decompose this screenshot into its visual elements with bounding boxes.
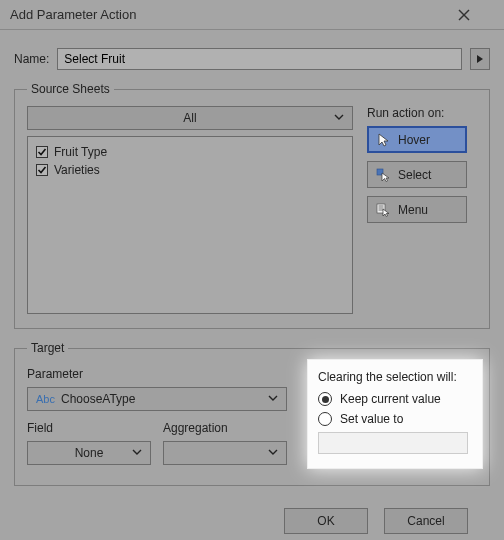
radio-icon [318,412,332,426]
svg-marker-10 [383,209,389,217]
close-icon [458,9,470,21]
radio-set-value[interactable]: Set value to [318,412,472,426]
ok-button[interactable]: OK [284,508,368,534]
svg-marker-5 [382,173,389,182]
chevron-down-icon [268,447,278,457]
radio-icon [318,392,332,406]
title-bar: Add Parameter Action [0,0,504,30]
list-item-label: Fruit Type [54,145,107,159]
chevron-down-icon [132,447,142,457]
run-hover-button[interactable]: Hover [367,126,467,153]
radio-keep-label: Keep current value [340,392,441,406]
dialog-footer: OK Cancel [14,498,490,534]
svg-marker-3 [379,134,388,146]
list-item[interactable]: Fruit Type [36,143,344,161]
menu-cursor-icon [376,203,390,217]
aggregation-select[interactable] [163,441,287,465]
dialog-title: Add Parameter Action [10,7,458,22]
sheet-select[interactable]: All [27,106,353,130]
sheet-select-value: All [183,111,196,125]
run-hover-label: Hover [398,133,430,147]
list-item[interactable]: Varieties [36,161,344,179]
source-sheets-legend: Source Sheets [27,82,114,96]
radio-set-label: Set value to [340,412,403,426]
run-action-label: Run action on: [367,106,477,120]
cancel-button[interactable]: Cancel [384,508,468,534]
select-cursor-icon [376,168,390,182]
checkbox-icon[interactable] [36,164,48,176]
cursor-icon [376,133,390,147]
svg-marker-2 [477,55,483,63]
parameter-value: ChooseAType [61,392,136,406]
sheets-listbox[interactable]: Fruit Type Varieties [27,136,353,314]
run-select-button[interactable]: Select [367,161,467,188]
name-label: Name: [14,52,49,66]
clearing-label: Clearing the selection will: [318,370,472,384]
abc-type-icon: Abc [36,393,55,405]
name-row: Name: [14,48,490,70]
close-button[interactable] [458,9,494,21]
target-legend: Target [27,341,68,355]
name-menu-button[interactable] [470,48,490,70]
parameter-select[interactable]: Abc ChooseAType [27,387,287,411]
triangle-right-icon [476,54,484,64]
dialog-content: Name: Source Sheets All [0,30,504,540]
checkbox-icon[interactable] [36,146,48,158]
chevron-down-icon [334,112,344,122]
list-item-label: Varieties [54,163,100,177]
name-input[interactable] [57,48,462,70]
run-select-label: Select [398,168,431,182]
set-value-input[interactable] [318,432,468,454]
run-menu-label: Menu [398,203,428,217]
field-value: None [75,446,104,460]
aggregation-label: Aggregation [163,421,287,435]
chevron-down-icon [268,393,278,403]
field-label: Field [27,421,151,435]
field-select[interactable]: None [27,441,151,465]
target-group: Target Parameter Abc ChooseAType Field N… [14,341,490,486]
parameter-label: Parameter [27,367,295,381]
run-menu-button[interactable]: Menu [367,196,467,223]
clearing-panel: Clearing the selection will: Keep curren… [307,359,483,469]
source-sheets-group: Source Sheets All Fruit Type [14,82,490,329]
radio-keep-current[interactable]: Keep current value [318,392,472,406]
